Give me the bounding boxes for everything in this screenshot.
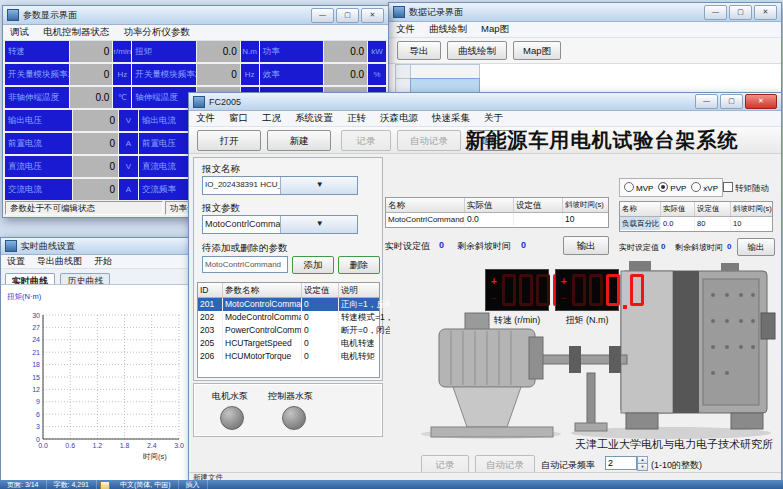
msg-param-combobox[interactable]: MotoContrlCommand ▼: [202, 215, 358, 234]
menu-system-settings[interactable]: 系统设置: [288, 112, 340, 125]
load-set-table: 名称 实际值 设定值 斜坡时间(s) 负载百分比 0.0 80 10: [619, 201, 773, 232]
close-icon[interactable]: ✕: [361, 8, 384, 23]
param-label: 扭矩: [132, 41, 196, 62]
torque-time-chart: 扭矩(N·m)3027242118151296300.00.61.21.82.4…: [3, 287, 190, 481]
param-window-titlebar[interactable]: 参数显示界面 — ▢ ✕: [3, 6, 388, 25]
menu-controller-status[interactable]: 电机控制器状态: [36, 26, 117, 39]
proofing-icon[interactable]: [100, 481, 110, 489]
param-label: 输出电压: [5, 110, 72, 131]
param-unit: V: [119, 156, 138, 177]
menu-forward[interactable]: 正转: [340, 112, 373, 125]
radio-mvp[interactable]: MVP: [624, 182, 653, 193]
minimize-icon[interactable]: —: [704, 5, 727, 20]
close-icon[interactable]: ✕: [745, 94, 777, 109]
new-button[interactable]: 新建: [267, 130, 331, 151]
add-button[interactable]: 添加: [292, 256, 334, 274]
plus-icon: +: [561, 277, 567, 286]
msg-param-label: 报文参数: [202, 202, 240, 215]
main-window-title: FC2005: [209, 97, 241, 107]
param-unit: Hz: [241, 64, 259, 85]
svg-text:扭矩(N·m): 扭矩(N·m): [7, 292, 42, 301]
menu-export-curve[interactable]: 导出曲线图: [31, 255, 88, 268]
menu-working-condition[interactable]: 工况: [255, 112, 288, 125]
param-label: 效率: [260, 64, 324, 85]
param-list-table: ID 参数名称 设定值 说明 201 MotoControlCommand 0 …: [197, 282, 380, 378]
spinner-up-icon[interactable]: ▲: [637, 456, 648, 464]
radio-xvp[interactable]: xVP: [691, 182, 718, 193]
open-button[interactable]: 打开: [197, 130, 261, 151]
export-button[interactable]: 导出: [397, 41, 441, 60]
table-row[interactable]: 202 ModeControlCommand 0 转速模式=1，: [198, 311, 379, 324]
controller-pump-indicator[interactable]: [282, 406, 306, 430]
word-count[interactable]: 字数: 4,291: [47, 480, 97, 489]
param-value: 0: [70, 41, 113, 62]
table-row[interactable]: 206 HCUMotorTorque 0 电机转矩: [198, 350, 379, 363]
svg-text:3.0: 3.0: [174, 442, 184, 449]
close-icon[interactable]: ✕: [754, 5, 777, 20]
col-param-name[interactable]: 参数名称: [223, 283, 302, 297]
speed-output-button[interactable]: 输出: [563, 236, 609, 255]
freq-spinner[interactable]: ▲ ▼: [605, 456, 648, 471]
maximize-icon[interactable]: ▢: [720, 94, 743, 109]
svg-text:24: 24: [32, 336, 40, 343]
menu-about[interactable]: 关于: [477, 112, 510, 125]
menu-quick-acquire[interactable]: 快速采集: [425, 112, 477, 125]
menu-file[interactable]: 文件: [189, 112, 222, 125]
language-indicator[interactable]: 中文(简体, 中国): [113, 480, 179, 489]
radio-icon: [658, 182, 668, 192]
menu-file[interactable]: 文件: [389, 23, 422, 36]
main-window-titlebar[interactable]: FC2005 — ▢ ✕: [189, 93, 781, 111]
param-value: 0.0: [197, 41, 240, 62]
table-row[interactable]: 201 MotoControlCommand 0 正向=1，反向: [198, 298, 379, 311]
chevron-down-icon[interactable]: ▼: [280, 177, 358, 194]
table-row[interactable]: 负载百分比 0.0 80 10: [620, 217, 772, 230]
app-icon: [5, 240, 17, 252]
maximize-icon[interactable]: ▢: [729, 5, 752, 20]
param-unit: A: [119, 133, 138, 154]
menu-power-analyzer[interactable]: 功率分析仪参数: [117, 26, 198, 39]
menu-map[interactable]: Map图: [474, 23, 516, 36]
grid-corner-cell[interactable]: [395, 64, 411, 79]
page-indicator[interactable]: 页面: 3/14: [0, 480, 47, 489]
curve-draw-button[interactable]: 曲线绘制: [447, 41, 507, 60]
minimize-icon[interactable]: —: [695, 94, 718, 109]
menu-settings[interactable]: 设置: [1, 255, 31, 268]
col-set-value[interactable]: 设定值: [302, 283, 339, 297]
torque-follow-checkbox[interactable]: 转矩随动: [723, 182, 769, 195]
col-id[interactable]: ID: [198, 283, 223, 297]
minimize-icon[interactable]: —: [311, 8, 334, 23]
minus-icon: −: [491, 294, 497, 303]
svg-text:18: 18: [32, 361, 40, 368]
col-desc[interactable]: 说明: [339, 283, 390, 297]
record-button[interactable]: 记录: [341, 130, 391, 151]
insert-mode[interactable]: 插入: [179, 480, 208, 489]
param-row: 开关量模块频率1 0 Hz 开关量模块频率2 0 Hz 效率 0.0 %: [5, 64, 386, 85]
record-window-titlebar[interactable]: 数据记录界面 — ▢ ✕: [389, 3, 781, 22]
msg-name-label: 报文名称: [202, 163, 240, 176]
menu-start[interactable]: 开始: [88, 255, 118, 268]
load-output-button[interactable]: 输出: [737, 238, 775, 256]
maximize-icon[interactable]: ▢: [336, 8, 359, 23]
table-row[interactable]: 205 HCUTargetSpeed 0 电机转速: [198, 337, 379, 350]
organization-footer: 天津工业大学电机与电力电子技术研究所: [489, 437, 773, 452]
msg-name-combobox[interactable]: IO_202438391 HCU_PU_4096:8HCU ▼: [202, 176, 358, 195]
spinner-down-icon[interactable]: ▼: [637, 464, 648, 471]
menu-window[interactable]: 窗口: [222, 112, 255, 125]
param-unit: Hz: [113, 64, 131, 85]
map-button[interactable]: Map图: [513, 41, 561, 60]
table-row[interactable]: MotoContrlCommand 0.0 10: [386, 213, 608, 226]
radio-icon: [624, 182, 634, 192]
freq-input[interactable]: [605, 456, 637, 470]
menu-power-supply[interactable]: 沃森电源: [373, 112, 425, 125]
menu-curve-draw[interactable]: 曲线绘制: [422, 23, 474, 36]
menu-debug[interactable]: 调试: [3, 26, 36, 39]
param-label: 非轴伸端温度: [5, 87, 69, 108]
chevron-down-icon[interactable]: ▼: [280, 216, 358, 233]
motor-pump-indicator[interactable]: [220, 406, 244, 430]
grid-header-cell[interactable]: [410, 64, 480, 79]
radio-pvp[interactable]: PVP: [658, 182, 686, 193]
delete-button[interactable]: 删除: [338, 256, 380, 274]
motor-pump-label: 电机水泵: [212, 390, 248, 403]
table-row[interactable]: 203 PowerControlCommand 0 断开=0，闭合: [198, 324, 379, 337]
add-del-input[interactable]: [202, 256, 288, 273]
